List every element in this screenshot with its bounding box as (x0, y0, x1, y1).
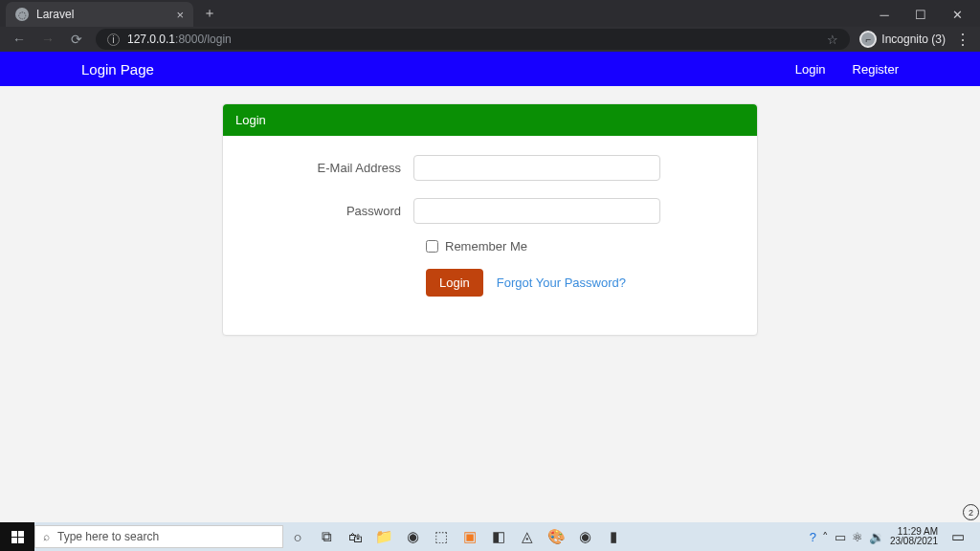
taskbar-search[interactable]: ⌕ Type here to search (34, 525, 283, 548)
back-button[interactable]: ← (10, 30, 29, 49)
tab-strip: ◌ Laravel × ＋ ─ ☐ ✕ (0, 0, 980, 27)
incognito-indicator[interactable]: ⌐ Incognito (3) (859, 31, 946, 48)
scroll-indicator: 2 (963, 504, 979, 520)
chrome-active-icon[interactable]: ◉ (570, 522, 599, 551)
close-tab-icon[interactable]: × (176, 8, 184, 22)
explorer-icon[interactable]: 📁 (369, 522, 398, 551)
window-minimize-icon[interactable]: ─ (875, 6, 894, 25)
address-bar[interactable]: i 127.0.0.1:8000/login ☆ (96, 29, 850, 50)
url-path: :8000/login (175, 33, 232, 46)
task-view-icon[interactable]: ⧉ (312, 522, 341, 551)
tray-chevron-icon[interactable]: ˄ (822, 530, 829, 544)
new-tab-button[interactable]: ＋ (203, 5, 216, 22)
toolbar-row: ← → ⟳ i 127.0.0.1:8000/login ☆ ⌐ Incogni… (0, 27, 980, 52)
card-header: Login (223, 104, 757, 136)
battery-icon[interactable]: ▭ (835, 530, 846, 544)
incognito-icon: ⌐ (859, 31, 877, 48)
search-placeholder: Type here to search (57, 530, 159, 543)
volume-icon[interactable]: 🔉 (869, 530, 884, 544)
windows-logo-icon (11, 531, 24, 543)
browser-chrome: ◌ Laravel × ＋ ─ ☐ ✕ ← → ⟳ i 127.0.0.1:80… (0, 0, 980, 52)
menu-kebab-icon[interactable]: ⋮ (955, 31, 970, 49)
windows-taskbar: ⌕ Type here to search ○ ⧉ 🛍 📁 ◉ ⬚ ▣ ◧ ◬ … (0, 522, 980, 551)
window-maximize-icon[interactable]: ☐ (911, 6, 930, 25)
start-button[interactable] (0, 522, 34, 551)
app-navbar: Login Page Login Register (0, 52, 980, 86)
tab-title: Laravel (36, 8, 74, 21)
forgot-password-link[interactable]: Forgot Your Password? (497, 276, 626, 290)
chrome-icon[interactable]: ◉ (398, 522, 427, 551)
password-field[interactable] (413, 198, 660, 224)
wifi-icon[interactable]: ⚛ (852, 530, 863, 544)
globe-icon: ◌ (15, 8, 29, 21)
cortana-icon[interactable]: ○ (283, 522, 312, 551)
forward-button[interactable]: → (38, 30, 57, 49)
incognito-label: Incognito (3) (881, 33, 946, 46)
remember-label: Remember Me (445, 239, 527, 253)
window-close-icon[interactable]: ✕ (947, 6, 967, 25)
bookmark-icon[interactable]: ☆ (827, 33, 838, 47)
password-label: Password (236, 204, 413, 218)
viewport: Login Page Login Register Login E-Mail A… (0, 52, 980, 522)
login-card: Login E-Mail Address Password Remember M… (222, 103, 758, 336)
site-info-icon[interactable]: i (107, 33, 120, 46)
email-label: E-Mail Address (236, 161, 413, 175)
email-field[interactable] (413, 155, 660, 181)
terminal-icon[interactable]: ▮ (599, 522, 628, 551)
login-button[interactable]: Login (426, 269, 483, 297)
brave-icon[interactable]: ◬ (513, 522, 542, 551)
nav-link-register[interactable]: Register (853, 62, 899, 77)
clock-date: 23/08/2021 (890, 537, 938, 546)
brand-title[interactable]: Login Page (81, 61, 154, 77)
sublime-icon[interactable]: ◧ (484, 522, 513, 551)
nav-link-login[interactable]: Login (795, 62, 826, 77)
paint-icon[interactable]: 🎨 (542, 522, 570, 551)
url-host: 127.0.0.1 (127, 33, 175, 46)
dropbox-icon[interactable]: ⬚ (427, 522, 456, 551)
notifications-icon[interactable]: ▭ (944, 522, 972, 551)
store-icon[interactable]: 🛍 (341, 522, 369, 551)
reload-button[interactable]: ⟳ (67, 30, 86, 49)
xampp-icon[interactable]: ▣ (456, 522, 484, 551)
remember-checkbox[interactable] (426, 240, 438, 253)
taskbar-clock[interactable]: 11:29 AM 23/08/2021 (890, 527, 938, 546)
search-icon: ⌕ (43, 530, 50, 543)
help-icon[interactable]: ? (810, 530, 816, 544)
browser-tab[interactable]: ◌ Laravel × (6, 2, 193, 27)
system-tray[interactable]: ? ˄ ▭ ⚛ 🔉 (810, 530, 884, 544)
